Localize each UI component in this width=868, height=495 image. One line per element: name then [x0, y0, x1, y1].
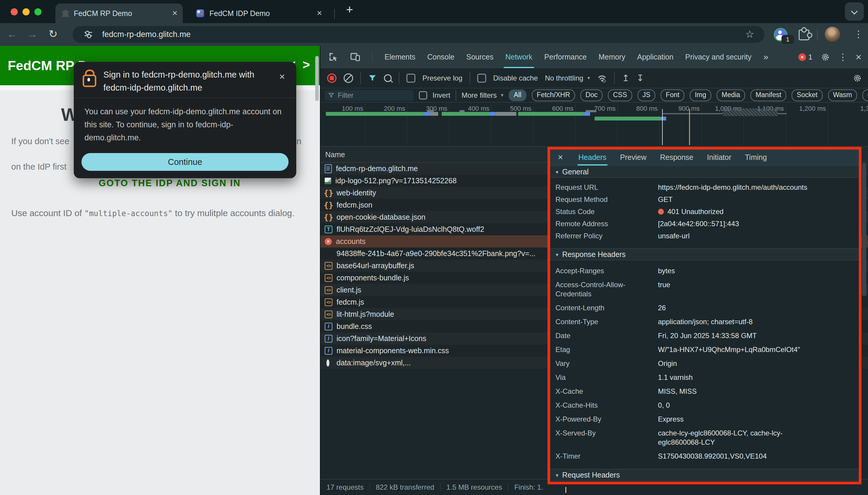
- devtools-tab-privacy[interactable]: Privacy and security: [685, 53, 752, 61]
- url-text[interactable]: fedcm-rp-demo.glitch.me: [102, 26, 191, 43]
- json-icon: {}: [325, 189, 332, 197]
- new-tab-button[interactable]: +: [341, 2, 358, 18]
- window-minimize-button[interactable]: [22, 8, 30, 15]
- waterfall-bar: [424, 112, 429, 116]
- resources-size: 1.5 MB resources: [440, 483, 508, 492]
- error-icon: ×: [798, 53, 806, 61]
- disable-cache-checkbox[interactable]: [477, 74, 486, 83]
- filter-pill-font[interactable]: Font: [661, 89, 684, 101]
- device-toolbar-icon[interactable]: [350, 52, 360, 62]
- general-section: Request URLhttps://fedcm-idp-demo.glitch…: [550, 177, 859, 242]
- toolbar-divider: [817, 29, 818, 40]
- detail-tab-initiator[interactable]: Initiator: [707, 153, 731, 161]
- filter-pill-all[interactable]: All: [508, 89, 527, 101]
- error-badge[interactable]: × 1: [798, 53, 812, 61]
- devtools-close-icon[interactable]: ×: [855, 51, 862, 63]
- more-filters-dropdown[interactable]: More filters ▾: [462, 91, 503, 100]
- filter-pill-fetchxhr[interactable]: Fetch/XHR: [532, 89, 575, 101]
- request-headers-section-header[interactable]: ▼Request Headers: [550, 469, 859, 481]
- network-settings-icon[interactable]: [853, 73, 862, 83]
- header-row: Content-Typeapplication/json; charset=ut…: [550, 315, 859, 329]
- devtools-settings-icon[interactable]: [821, 52, 830, 62]
- response-headers-section-header[interactable]: ▼Response Headers: [550, 249, 859, 260]
- network-overview-timeline[interactable]: 100 ms 200 ms 300 ms 400 ms 500 ms 600 m…: [320, 102, 868, 147]
- tab-fedcm-rp-demo[interactable]: FedCM RP Demo ×: [55, 3, 183, 23]
- filter-pill-img[interactable]: Img: [690, 89, 711, 101]
- bookmark-star-icon[interactable]: ☆: [745, 26, 754, 43]
- window-close-button[interactable]: [11, 8, 18, 15]
- tab-close-icon[interactable]: ×: [172, 3, 178, 23]
- preserve-log-checkbox[interactable]: [406, 74, 415, 83]
- page-paragraph-fragment: n: [297, 136, 301, 146]
- dialog-close-icon[interactable]: ×: [279, 71, 285, 82]
- profile-avatar[interactable]: [825, 27, 840, 42]
- filter-pill-other[interactable]: Other: [862, 89, 868, 101]
- window-zoom-button[interactable]: [34, 8, 41, 15]
- clear-network-log-icon[interactable]: [344, 73, 353, 83]
- inspect-element-icon[interactable]: [328, 52, 338, 62]
- forward-button[interactable]: →: [25, 23, 40, 46]
- filter-icon[interactable]: [368, 74, 377, 83]
- tab-title: FedCM RP Demo: [74, 3, 132, 23]
- back-button[interactable]: ←: [5, 23, 19, 46]
- script-icon: <>: [325, 274, 332, 282]
- address-bar[interactable]: fedcm-rp-demo.glitch.me ☆: [72, 26, 764, 43]
- filter-pill-css[interactable]: CSS: [608, 89, 632, 101]
- devtools-tab-console[interactable]: Console: [427, 53, 454, 61]
- browser-menu-button[interactable]: ⋮: [851, 23, 866, 46]
- tab-search-button[interactable]: [845, 2, 864, 21]
- tab-close-icon[interactable]: ×: [317, 3, 322, 23]
- filter-pill-media[interactable]: Media: [717, 89, 745, 101]
- filter-pill-js[interactable]: JS: [637, 89, 656, 101]
- devtools-tab-elements[interactable]: Elements: [385, 53, 415, 61]
- page-scrollbar[interactable]: [315, 56, 319, 101]
- filter-pill-socket[interactable]: Socket: [791, 89, 822, 101]
- header-row: Content-Length26: [550, 301, 859, 315]
- filter-pill-doc[interactable]: Doc: [580, 89, 603, 101]
- devtools-tab-network[interactable]: Network: [505, 53, 533, 61]
- import-har-icon[interactable]: ↥: [622, 73, 629, 83]
- detail-scrollbar[interactable]: [862, 163, 866, 296]
- reload-button[interactable]: ↻: [46, 23, 61, 46]
- header-row: Access-Control-Allow-Credentialstrue: [550, 278, 859, 301]
- detail-tab-response[interactable]: Response: [660, 153, 694, 161]
- export-har-icon[interactable]: ↧: [637, 73, 644, 83]
- more-tabs-icon[interactable]: »: [764, 52, 768, 62]
- filter-pill-wasm[interactable]: Wasm: [828, 89, 857, 101]
- continue-button[interactable]: Continue: [82, 153, 288, 171]
- invert-checkbox[interactable]: [419, 91, 427, 100]
- record-network-log-button[interactable]: [327, 73, 336, 83]
- dialog-title: Sign in to fedcm-rp-demo.glitch.me with …: [103, 68, 272, 94]
- devtools-tab-sources[interactable]: Sources: [466, 53, 494, 61]
- timeline-tick: 800 ms: [619, 105, 658, 113]
- network-conditions-icon[interactable]: [597, 74, 607, 83]
- script-icon: <>: [325, 286, 332, 294]
- devtools-menu-icon[interactable]: ⋮: [838, 52, 847, 62]
- filter-pill-manifest[interactable]: Manifest: [750, 89, 786, 101]
- devtools-tab-memory[interactable]: Memory: [598, 53, 625, 61]
- filter-input[interactable]: Filter: [325, 90, 414, 101]
- general-section-header[interactable]: ▼General: [550, 166, 859, 177]
- timeline-tick: 500 ms: [493, 105, 532, 113]
- tab-fedcm-idp-demo[interactable]: FedCM IDP Demo ×: [191, 3, 327, 23]
- site-info-icon[interactable]: [84, 31, 92, 38]
- dcl-event-line: [662, 109, 663, 145]
- detail-tab-headers[interactable]: Headers: [579, 153, 607, 161]
- goto-idp-link[interactable]: GOTO THE IDP AND SIGN IN: [99, 178, 241, 189]
- close-detail-icon[interactable]: ×: [558, 152, 563, 162]
- search-icon[interactable]: [384, 74, 391, 82]
- idp-favicon: [196, 10, 204, 17]
- extensions-icon[interactable]: [799, 30, 809, 40]
- header-row: X-CacheMISS, MISS: [550, 384, 859, 398]
- detail-tab-preview[interactable]: Preview: [620, 153, 646, 161]
- devtools-tab-performance[interactable]: Performance: [544, 53, 587, 61]
- header-row: Status Code401 Unauthorized: [550, 205, 859, 218]
- throttling-dropdown[interactable]: No throttling ▾: [545, 74, 590, 82]
- timeline-tick: 700 ms: [577, 105, 616, 113]
- header-row: X-Powered-ByExpress: [550, 412, 859, 426]
- waterfall-bar: [429, 112, 438, 116]
- detail-tab-timing[interactable]: Timing: [745, 153, 767, 161]
- waterfall-pending-line: [778, 113, 787, 114]
- status-dot-icon: [658, 209, 664, 215]
- devtools-tab-application[interactable]: Application: [637, 53, 673, 61]
